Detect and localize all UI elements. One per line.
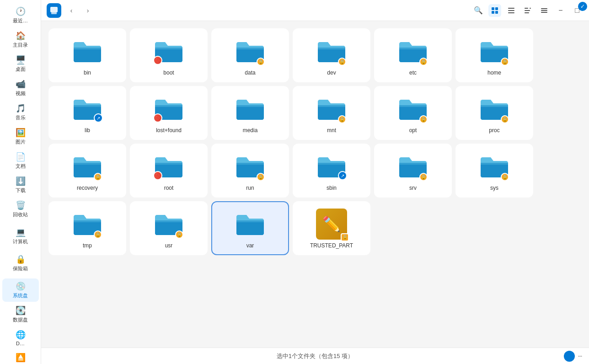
sidebar-item-music[interactable]: 🎵 音乐 (2, 101, 39, 124)
sidebar-label-video: 视频 (16, 90, 26, 97)
file-name: mnt (327, 127, 336, 134)
sidebar: 🕐 最近… 🏠 主目录 🖥️ 桌面 📹 视频 🎵 音乐 🖼️ 图片 📄 文档 ⬇… (0, 0, 41, 364)
sidebar-icon-d-drive: 🌐 (16, 330, 26, 340)
sidebar-item-video[interactable]: 📹 视频 (2, 76, 39, 100)
svg-rect-7 (508, 10, 514, 11)
svg-rect-32 (399, 163, 427, 165)
file-item[interactable]: bin (48, 28, 126, 82)
file-item[interactable]: ✓ var (211, 201, 289, 255)
file-item[interactable]: 🔒 home (455, 28, 533, 82)
file-item[interactable]: 🔒 opt (374, 86, 452, 140)
sidebar-item-pictures[interactable]: 🖼️ 图片 (2, 125, 39, 148)
svg-rect-16 (74, 48, 101, 49)
sidebar-item-eject[interactable]: ⏏️ (2, 350, 39, 364)
file-name: var (246, 242, 254, 249)
svg-rect-12 (530, 8, 531, 9)
file-item[interactable]: 🔒 tmp (48, 201, 126, 255)
svg-rect-2 (492, 7, 494, 10)
file-item[interactable]: 🔒 sys (455, 144, 533, 198)
grid-view-button[interactable] (488, 4, 501, 17)
toolbar: ‹ › 🔍 (41, 0, 589, 21)
forward-button[interactable]: › (81, 4, 94, 17)
file-name: recovery (77, 185, 98, 191)
sidebar-item-system[interactable]: 💿 系统盘 (2, 278, 39, 302)
sidebar-label-recent: 最近… (13, 17, 28, 24)
file-icon-wrap: 🚫 (152, 152, 185, 181)
svg-rect-34 (74, 220, 101, 222)
no-badge: 🚫 (153, 113, 162, 123)
file-item[interactable]: 🔒 mnt (293, 86, 370, 140)
list-view-button[interactable] (505, 4, 518, 17)
sidebar-label-computer: 计算机 (13, 238, 28, 245)
file-item[interactable]: ✏️ 🔒 TRUSTED_PART (293, 201, 370, 255)
svg-rect-4 (492, 11, 494, 14)
file-item[interactable]: 🔒 srv (374, 144, 452, 198)
sidebar-item-data-disk[interactable]: 💽 数据盘 (2, 303, 39, 326)
file-item[interactable]: 🔒 usr (130, 201, 208, 255)
svg-rect-33 (481, 163, 508, 165)
sidebar-icon-trash: 🗑️ (16, 200, 26, 210)
sidebar-icon-documents: 📄 (16, 152, 26, 162)
sidebar-item-trash[interactable]: 🗑️ 回收站 (2, 198, 39, 221)
svg-rect-30 (236, 163, 264, 165)
file-name: home (487, 70, 501, 76)
sidebar-label-desktop: 桌面 (16, 66, 26, 73)
file-item[interactable]: 🚫 root (130, 144, 208, 198)
details-view-button[interactable] (521, 4, 534, 17)
sidebar-label-trash: 回收站 (13, 211, 28, 218)
statusbar: 选中1个文件夹（包含15 项） ··· (41, 348, 589, 364)
file-item[interactable]: ↗ lib (48, 86, 126, 140)
file-name: data (245, 70, 255, 76)
file-name: etc (409, 70, 417, 76)
file-item[interactable]: ↗ sbin (293, 144, 370, 198)
sidebar-icon-data-disk: 💽 (16, 305, 26, 316)
svg-rect-9 (525, 8, 528, 9)
file-item[interactable]: media (211, 86, 289, 140)
sidebar-item-recent[interactable]: 🕐 最近… (2, 4, 39, 27)
sidebar-item-home[interactable]: 🏠 主目录 (2, 28, 39, 51)
file-item[interactable]: 🔒 proc (455, 86, 533, 140)
lock-badge: 🔒 (175, 230, 183, 239)
status-text: 选中1个文件夹（包含15 项） (277, 352, 353, 360)
svg-rect-14 (541, 10, 547, 11)
sidebar-item-downloads[interactable]: ⬇️ 下载 (2, 173, 39, 197)
no-badge: 🚫 (153, 56, 162, 65)
lock-badge: 🔒 (257, 58, 265, 66)
search-button[interactable]: 🔍 (472, 4, 485, 17)
sidebar-item-documents[interactable]: 📄 文档 (2, 149, 39, 172)
file-name: lib (85, 127, 90, 134)
main-area: ‹ › 🔍 (41, 0, 589, 364)
svg-rect-25 (318, 105, 345, 107)
svg-rect-23 (155, 105, 182, 107)
lock-badge: 🔒 (501, 115, 509, 123)
svg-rect-15 (541, 12, 547, 13)
file-icon-wrap: 🔒 (396, 94, 429, 123)
sidebar-item-computer[interactable]: 💻 计算机 (2, 225, 39, 248)
sidebar-item-desktop[interactable]: 🖥️ 桌面 (2, 52, 39, 75)
file-item[interactable]: 🔒 run (211, 144, 289, 198)
back-button[interactable]: ‹ (65, 4, 78, 17)
lock-badge: 🔒 (501, 173, 509, 181)
svg-rect-26 (399, 105, 427, 107)
file-item[interactable]: 🔒 recovery (48, 144, 126, 198)
file-item[interactable]: 🔒 etc (374, 28, 452, 82)
file-grid-container: bin 🚫 boot 🔒 data (41, 21, 589, 348)
svg-rect-19 (318, 48, 345, 49)
file-item[interactable]: 🔒 data (211, 28, 289, 82)
svg-rect-5 (495, 11, 498, 14)
menu-button[interactable] (538, 4, 551, 17)
file-name: TRUSTED_PART (310, 242, 353, 249)
file-name: sbin (327, 185, 337, 191)
file-name: proc (489, 127, 499, 134)
file-item[interactable]: 🚫 lost+found (130, 86, 208, 140)
arrow-badge: ↗ (338, 171, 347, 180)
sidebar-item-vault[interactable]: 🔒 保险箱 (2, 252, 39, 275)
file-icon-wrap (71, 37, 104, 66)
file-name: opt (409, 127, 417, 134)
file-icon-wrap: 🔒 (234, 152, 267, 181)
file-item[interactable]: 🔒 dev (293, 28, 370, 82)
lock-badge: 🔒 (419, 58, 428, 66)
file-item[interactable]: 🚫 boot (130, 28, 208, 82)
minimize-button[interactable]: − (554, 4, 567, 17)
sidebar-item-d-drive[interactable]: 🌐 D… (2, 327, 39, 349)
